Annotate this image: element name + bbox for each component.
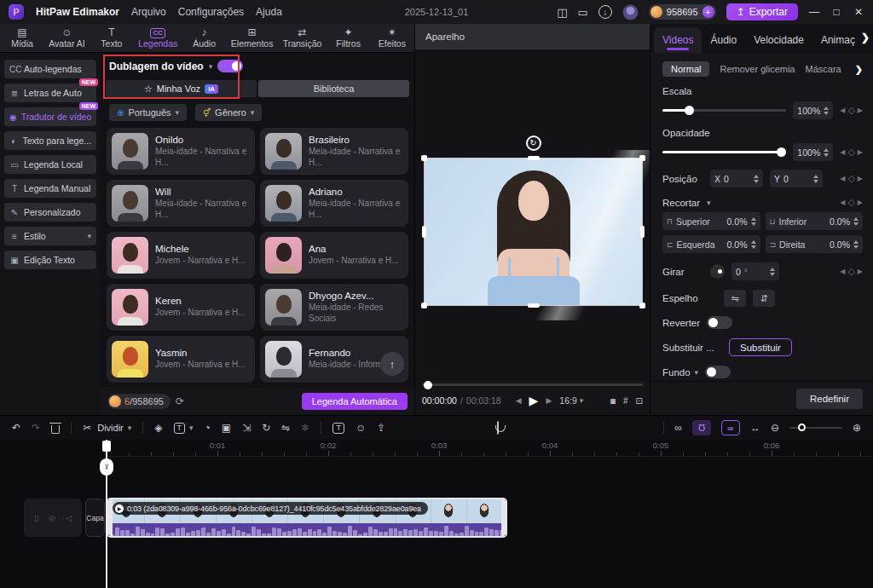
menu-ajuda[interactable]: Ajuda	[256, 6, 282, 18]
tab-animacao[interactable]: Animaç	[812, 27, 864, 53]
chevron-down-icon[interactable]: ▾	[695, 368, 699, 377]
mirror-clip-icon[interactable]: ⇋	[281, 422, 290, 434]
rotate-keyframe-controls[interactable]: ◀◇▶	[840, 266, 863, 277]
fullscreen-icon[interactable]: ⊡	[636, 396, 643, 406]
lock-icon[interactable]: ▯	[34, 514, 38, 522]
preview-progress-bar[interactable]	[422, 383, 643, 386]
delete-icon[interactable]	[51, 425, 60, 434]
playhead-handle[interactable]	[102, 441, 111, 452]
grid-icon[interactable]: #	[623, 396, 628, 406]
chain-link-icon[interactable]: ∞	[721, 420, 740, 435]
caption-tool-icon[interactable]: T	[332, 423, 344, 434]
subtab-normal[interactable]: Normal	[662, 61, 709, 77]
resize-handle-sw[interactable]	[421, 303, 427, 308]
subtab-mascara[interactable]: Máscara	[805, 64, 841, 74]
close-button[interactable]: ✕	[853, 6, 864, 18]
tab-legendas[interactable]: CCLegendas	[138, 27, 177, 49]
magnet-snap-icon[interactable]: Ω	[692, 420, 711, 435]
snapshot-icon[interactable]: ◙	[610, 396, 616, 406]
resize-handle-w[interactable]	[422, 226, 426, 238]
menu-configuracoes[interactable]: Configurações	[178, 6, 244, 18]
crop-keyframe-controls[interactable]: ◀◇▶	[840, 197, 863, 208]
video-canvas[interactable]: ↻	[425, 159, 642, 305]
sidebar-item-estilo[interactable]: ≡Estilo▾	[4, 227, 96, 245]
tab-midia[interactable]: ▤Mídia	[5, 27, 39, 49]
feedback-icon[interactable]: ▭	[578, 6, 588, 19]
badge-icon[interactable]: ◈	[154, 422, 162, 434]
opacity-keyframe-controls[interactable]: ◀◇▶	[840, 147, 863, 158]
split-button[interactable]: Dividir	[97, 423, 124, 433]
resize-handle-e[interactable]	[640, 226, 645, 238]
rotate-handle-icon[interactable]: ↻	[526, 135, 541, 151]
sidebar-item-legenda-manual[interactable]: TLegenda Manual	[4, 179, 96, 198]
sidebar-item-tradutor-de-video[interactable]: ◉Tradutor de vídeoNEW	[4, 107, 96, 126]
cover-button[interactable]: Capa	[85, 499, 105, 537]
scroll-up-button[interactable]: ↑	[380, 352, 404, 376]
voice-card-adriano[interactable]: AdrianoMeia-idade - Narrativa e H...	[260, 180, 408, 227]
scale-value-stepper[interactable]: 100%	[793, 101, 833, 119]
reset-button[interactable]: Redefinir	[796, 389, 863, 409]
microphone-icon[interactable]	[497, 422, 499, 434]
crop-right-stepper[interactable]: ⊐Direita0.0%	[766, 235, 864, 253]
speed-icon[interactable]: ◔	[205, 422, 211, 434]
undo-icon[interactable]: ↶	[12, 422, 20, 434]
auto-caption-button[interactable]: Legenda Automática	[302, 393, 408, 410]
rotate-dial[interactable]	[710, 264, 725, 279]
tab-audio-props[interactable]: Áudio	[702, 27, 745, 53]
position-x-stepper[interactable]: X0	[710, 170, 763, 187]
tab-biblioteca[interactable]: Biblioteca	[258, 80, 409, 97]
sidebar-item-letras-de-auto[interactable]: ≣Letras de AutoNEW	[4, 84, 96, 102]
clip-trim-handle-right[interactable]	[501, 499, 506, 536]
download-icon[interactable]: ↓	[598, 5, 612, 19]
tab-avatar-ai[interactable]: ☺Avatar AI	[49, 27, 84, 49]
subtab-remover-glicemia[interactable]: Remover glicemia	[720, 64, 795, 74]
voice-card-will[interactable]: WillMeia-idade - Narrativa e H...	[107, 180, 255, 227]
tab-elementos[interactable]: ⊞Elementos	[231, 27, 274, 49]
resize-handle-s[interactable]	[528, 303, 540, 308]
voice-card-brasileiro[interactable]: BrasileiroMeia-idade - Narrativa e H...	[260, 128, 408, 175]
chevron-down-icon[interactable]: ▾	[209, 62, 213, 71]
crop-left-stepper[interactable]: ⊏Esquerda0.0%	[662, 235, 760, 253]
scale-slider[interactable]	[662, 109, 786, 112]
dubbing-toggle[interactable]	[217, 60, 243, 72]
reverse-toggle[interactable]	[707, 316, 732, 329]
sidebar-item-personalizado[interactable]: ✎Personalizado	[4, 203, 96, 222]
tab-efeitos[interactable]: ✶Efeitos	[375, 27, 409, 49]
voice-card-yasmin[interactable]: YasminJovem - Narrativa e H...	[107, 336, 255, 383]
language-dropdown[interactable]: ⊕ Português ▾	[109, 104, 187, 121]
credits-badge[interactable]: 958695 +	[649, 4, 716, 20]
crop-top-stepper[interactable]: ⊓Superior0.0%	[662, 212, 760, 230]
sidebar-item-texto-para-legendas[interactable]: ◐Texto para lege...	[4, 131, 96, 150]
timeline-ruler[interactable]: 0:01 0:02 0:03 0:04 0:05 0:06	[107, 440, 873, 457]
voice-card-ana[interactable]: AnaJovem - Narrativa e H...	[260, 232, 408, 279]
aspect-ratio-dropdown[interactable]: 16:9▾	[559, 395, 583, 406]
flip-horizontal-button[interactable]: ⇋	[724, 290, 746, 307]
scissors-icon[interactable]: ✂	[83, 422, 91, 434]
link-icon[interactable]: ∞	[674, 422, 682, 434]
resize-handle-se[interactable]	[639, 303, 645, 308]
zoom-out-icon[interactable]: ⊖	[771, 422, 779, 434]
position-y-stepper[interactable]: Y0	[770, 170, 823, 187]
redo-icon[interactable]: ↷	[32, 422, 40, 434]
clip-trim-handle-left[interactable]	[108, 499, 113, 536]
tab-texto[interactable]: TTexto	[95, 27, 129, 49]
voice-card-onildo[interactable]: OnildoMeia-idade - Narrativa e H...	[107, 128, 255, 175]
timeline-zoom-slider[interactable]	[789, 427, 842, 429]
video-clip[interactable]: ▶ 0:03 (2da08309-a998-466b-956a-0dcbc69e…	[107, 498, 507, 538]
position-keyframe-controls[interactable]: ◀◇▶	[840, 173, 863, 184]
playhead-scissors-icon[interactable]: ✂	[100, 458, 113, 476]
scale-keyframe-controls[interactable]: ◀◇▶	[840, 105, 863, 116]
speaker-icon[interactable]: ◁	[66, 514, 72, 522]
gender-dropdown[interactable]: ⚥ Gênero ▾	[195, 104, 262, 121]
voice-card-michele[interactable]: MicheleJovem - Narrativa e H...	[107, 232, 255, 279]
layout-icon[interactable]: ◫	[557, 6, 567, 19]
subtabs-scroll-right-icon[interactable]: ❯	[855, 64, 863, 75]
user-avatar[interactable]	[622, 4, 639, 20]
zoom-in-icon[interactable]: ⊕	[853, 422, 861, 434]
progress-knob[interactable]	[424, 381, 432, 389]
previous-frame-icon[interactable]: ◀	[516, 396, 522, 405]
flip-vertical-button[interactable]: ⇵	[753, 290, 775, 307]
eye-icon[interactable]: ◎	[49, 514, 55, 522]
refresh-icon[interactable]: ⟳	[176, 395, 184, 407]
crop-tool-icon[interactable]: ▣	[222, 422, 231, 434]
